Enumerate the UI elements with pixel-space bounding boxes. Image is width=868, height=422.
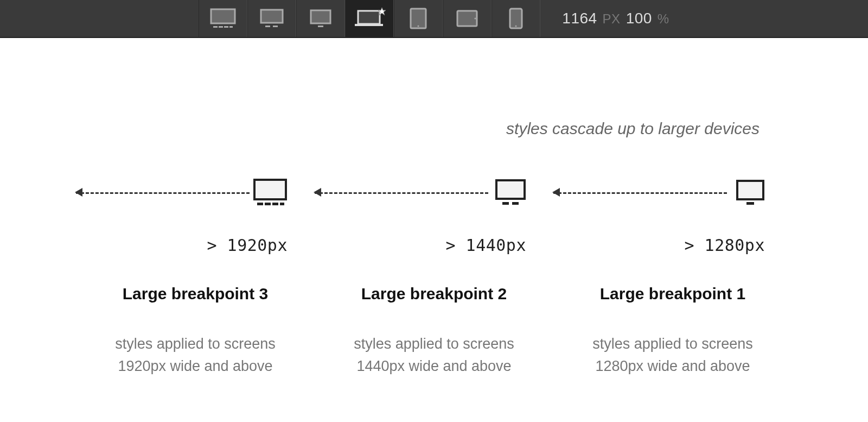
desc-line-1: styles applied to screens [354,336,514,352]
cascade-arrow-line [315,192,488,194]
svg-rect-26 [512,202,519,205]
breakpoint-title: Large breakpoint 3 [76,285,315,303]
svg-rect-21 [265,203,271,205]
svg-rect-19 [254,180,286,199]
svg-rect-5 [261,10,283,23]
desktop-lg-icon [260,9,284,28]
breakpoint-range: > 1280px [553,236,792,255]
svg-rect-25 [502,202,509,205]
svg-point-14 [418,26,419,27]
breakpoint-range: > 1440px [315,236,553,255]
desktop-xl-icon [210,8,236,29]
device-desktop-md-button[interactable] [296,0,345,37]
breakpoint-title: Large breakpoint 1 [553,285,792,303]
canvas-area: styles cascade up to larger devices > 19… [0,38,868,377]
desc-line-2: 1280px wide and above [595,358,750,374]
cascade-arrow-line [76,192,250,194]
desktop-md-icon [310,9,331,28]
svg-rect-1 [213,26,218,28]
breakpoint-col-2: > 1440px Large breakpoint 2 styles appli… [315,176,553,377]
icon-row [315,176,553,209]
tablet-icon [410,8,427,29]
tablet-landscape-icon [456,10,478,27]
viewport-width-value[interactable]: 1164 [562,10,597,27]
breakpoint-col-3: > 1920px Large breakpoint 3 styles appli… [76,176,315,377]
breakpoint-description: styles applied to screens 1440px wide an… [315,333,553,377]
svg-rect-23 [280,203,284,205]
svg-rect-22 [272,203,278,205]
svg-rect-20 [257,203,263,205]
desc-line-2: 1440px wide and above [356,358,511,374]
svg-rect-0 [211,9,235,23]
breakpoint-columns: > 1920px Large breakpoint 3 styles appli… [0,176,868,377]
svg-rect-15 [457,11,477,26]
breakpoint-toolbar: 1164 PX 100 % [0,0,868,38]
svg-rect-27 [737,181,763,199]
breakpoint-title: Large breakpoint 2 [315,285,553,303]
svg-rect-6 [265,26,270,27]
viewport-readouts: 1164 PX 100 % [562,10,669,27]
breakpoint-range: > 1920px [76,236,315,255]
desc-line-1: styles applied to screens [592,336,753,352]
svg-rect-10 [358,11,380,24]
svg-rect-11 [355,24,383,26]
desc-line-1: styles applied to screens [115,336,276,352]
zoom-unit: % [658,11,669,27]
cascade-arrow-line [553,192,727,194]
device-desktop-lg-button[interactable] [247,0,296,37]
breakpoint-description: styles applied to screens 1920px wide an… [76,333,315,377]
device-desktop-xl-button[interactable] [199,0,247,37]
breakpoint-description: styles applied to screens 1280px wide an… [553,333,792,377]
svg-rect-4 [229,26,233,28]
desktop-xl-icon [253,178,288,206]
svg-point-18 [515,26,517,27]
device-laptop-base-button[interactable] [345,0,394,37]
svg-rect-7 [273,26,278,27]
device-phone-button[interactable] [492,0,540,37]
zoom-value[interactable]: 100 [626,10,652,27]
svg-rect-3 [224,26,228,28]
cascade-caption: styles cascade up to larger devices [0,119,868,138]
phone-icon [509,8,523,29]
icon-row [76,176,315,209]
desktop-md-icon [736,179,765,205]
svg-rect-8 [311,10,330,23]
svg-rect-28 [746,202,754,205]
device-tablet-landscape-button[interactable] [443,0,492,37]
device-tablet-button[interactable] [394,0,443,37]
svg-rect-2 [219,26,223,28]
toolbar-inner: 1164 PX 100 % [199,0,669,37]
desc-line-2: 1920px wide and above [118,358,272,374]
breakpoint-col-1: > 1280px Large breakpoint 1 styles appli… [553,176,792,377]
desktop-lg-icon [495,179,526,206]
icon-row [553,176,792,209]
svg-rect-9 [318,26,323,27]
viewport-width-unit: PX [603,11,621,27]
svg-rect-24 [496,180,525,199]
svg-point-16 [475,18,476,20]
laptop-base-icon [353,8,386,29]
